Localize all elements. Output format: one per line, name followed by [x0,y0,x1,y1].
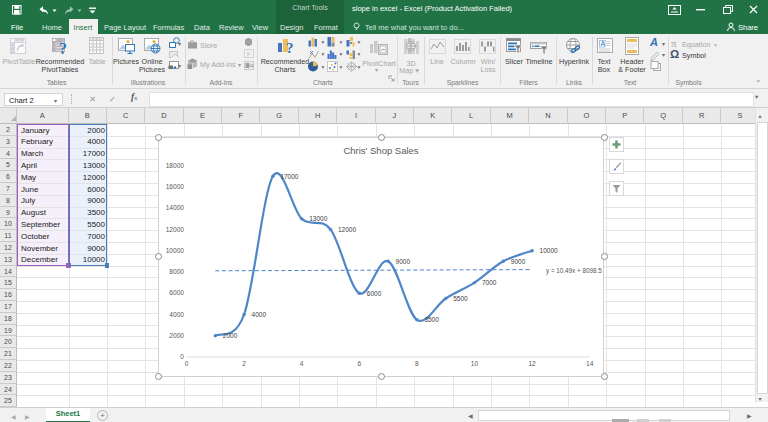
svg-text:A: A [650,37,658,48]
svg-text:17000: 17000 [280,173,298,180]
svg-text:8: 8 [415,360,419,367]
svg-text:16000: 16000 [166,183,185,190]
svg-text:14: 14 [586,360,594,367]
svg-text:0: 0 [185,360,189,367]
svg-text:4: 4 [300,360,304,367]
svg-text:6000: 6000 [367,290,382,297]
svg-text:13000: 13000 [309,215,327,222]
svg-text:y = 10.49x + 8098.5: y = 10.49x + 8098.5 [546,267,602,275]
svg-text:14000: 14000 [166,204,185,211]
svg-text:?: ? [286,40,294,56]
svg-text:8000: 8000 [169,268,184,275]
svg-text:2000: 2000 [169,332,184,339]
svg-text:9000: 9000 [396,258,411,265]
svg-text:2000: 2000 [223,332,238,339]
svg-text:4000: 4000 [252,311,267,318]
svg-text:10000: 10000 [540,247,558,254]
svg-text:4000: 4000 [169,311,184,318]
svg-text:12000: 12000 [166,226,185,233]
svg-text:Chris' Shop Sales: Chris' Shop Sales [343,145,418,156]
svg-text:10: 10 [471,360,479,367]
svg-text:A: A [600,40,605,47]
svg-text:6000: 6000 [169,289,184,296]
svg-text:10000: 10000 [166,247,185,254]
svg-text:3500: 3500 [424,316,439,323]
svg-text:6: 6 [357,360,361,367]
svg-text:18000: 18000 [166,162,185,169]
svg-text:12: 12 [528,360,536,367]
svg-text:12000: 12000 [338,226,356,233]
svg-text:5500: 5500 [453,295,468,302]
svg-text:?: ? [59,40,67,57]
svg-text:2: 2 [242,360,246,367]
svg-text:7000: 7000 [482,279,497,286]
svg-text:9000: 9000 [511,258,526,265]
